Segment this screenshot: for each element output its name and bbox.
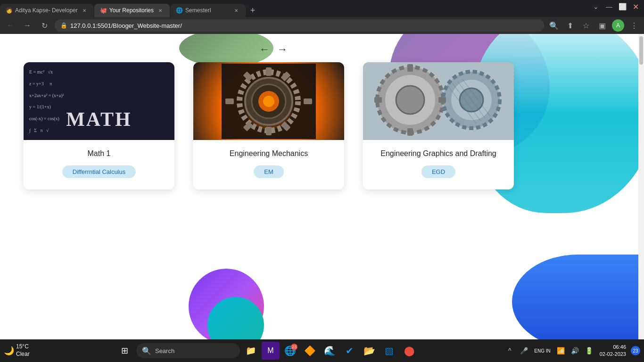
taskbar: 🌙 15°C Clear ⊞ 🔍 Search 📁 M 🌐 23 🔶 🌊 xyxy=(0,339,644,362)
weather-moon-icon: 🌙 xyxy=(4,346,14,356)
menu-icon[interactable]: ⋮ xyxy=(628,19,640,32)
taskbar-vlc[interactable]: 🔶 xyxy=(301,342,319,360)
address-bar: ← → ↻ 🔒 127.0.0.1:5501/Blooger_Website-m… xyxy=(0,17,644,34)
share-icon[interactable]: ⬆ xyxy=(564,19,576,32)
svg-rect-24 xyxy=(374,97,382,103)
svg-rect-22 xyxy=(407,64,413,72)
search-label: Search xyxy=(155,347,174,354)
card-egd-tag[interactable]: EGD xyxy=(421,165,455,178)
svg-rect-9 xyxy=(225,99,234,104)
weather-condition: Clear xyxy=(16,351,30,358)
taskbar-vscode[interactable]: ▧ xyxy=(380,342,398,360)
todo-icon: ✔ xyxy=(346,345,354,356)
new-tab-button[interactable]: + xyxy=(246,4,259,17)
card-math1-tag[interactable]: Differrntial Calculus xyxy=(62,165,136,178)
card-em[interactable]: Engineering Mechanics EM xyxy=(193,62,344,189)
sidebar-toggle[interactable]: ▣ xyxy=(596,19,608,32)
vscode-icon: ▧ xyxy=(385,345,394,356)
browser-tab-2[interactable]: 🐙 Your Repositories ✕ xyxy=(94,4,170,17)
tab2-favicon: 🐙 xyxy=(100,7,107,14)
taskbar-time-display: 06:46 xyxy=(600,344,626,351)
tab2-title: Your Repositories xyxy=(109,7,154,14)
taskbar-edge[interactable]: 🌊 xyxy=(321,342,339,360)
zoom-icon[interactable]: 🔍 xyxy=(548,19,560,32)
search-icon: 🔍 xyxy=(142,346,151,355)
math-overlay-title: MATH xyxy=(66,108,132,131)
tab2-close[interactable]: ✕ xyxy=(157,7,164,14)
window-controls: ⌄ — ⬜ ✕ xyxy=(591,2,640,11)
taskbar-date-display: 02-02-2023 xyxy=(600,351,626,358)
card-egd[interactable]: Engineering Graphics and Drafting EGD xyxy=(363,62,514,189)
window-minimize[interactable]: — xyxy=(604,2,614,11)
taskbar-file-explorer[interactable]: 📁 xyxy=(242,342,260,360)
scrollbar[interactable] xyxy=(638,34,644,339)
tray-volume[interactable]: 🔊 xyxy=(570,345,581,356)
bookmark-icon[interactable]: ☆ xyxy=(580,19,592,32)
edge-icon: 🌊 xyxy=(324,345,336,356)
card-em-body: Engineering Mechanics EM xyxy=(193,140,344,189)
taskbar-meet[interactable]: M xyxy=(262,342,280,360)
next-arrow[interactable]: → xyxy=(277,43,288,56)
nav-refresh[interactable]: ↻ xyxy=(38,19,51,32)
tab3-title: SemesterI xyxy=(185,7,230,14)
tray-mic[interactable]: 🎤 xyxy=(518,345,529,356)
svg-rect-25 xyxy=(438,97,446,103)
start-button[interactable]: ⊞ xyxy=(116,341,134,360)
scrollbar-thumb[interactable] xyxy=(639,36,643,65)
window-close[interactable]: ✕ xyxy=(631,2,640,11)
profile-icon[interactable]: A xyxy=(612,19,624,32)
address-input[interactable]: 🔒 127.0.0.1:5501/Blooger_Website-master/ xyxy=(55,19,544,32)
prev-arrow[interactable]: ← xyxy=(259,43,270,56)
taskbar-todo[interactable]: ✔ xyxy=(341,342,359,360)
taskbar-chrome[interactable]: 🌐 23 xyxy=(281,342,299,360)
svg-point-18 xyxy=(396,86,424,114)
card-math1-body: Math 1 Differrntial Calculus xyxy=(24,140,174,189)
taskbar-weather: 🌙 15°C Clear xyxy=(0,343,33,358)
svg-rect-8 xyxy=(266,127,272,135)
main-content: ← → E = mc² √x z = y+3 π x+2ax+a² = (x+a… xyxy=(0,34,644,339)
cards-container: E = mc² √x z = y+3 π x+2ax+a² = (x+a)² y… xyxy=(24,62,514,189)
svg-point-6 xyxy=(263,96,274,107)
card-em-tag[interactable]: EM xyxy=(254,165,284,178)
tab1-favicon: 🧑 xyxy=(6,7,12,14)
address-text: 127.0.0.1:5501/Blooger_Website-master/ xyxy=(70,22,182,29)
card-math1-title: Math 1 xyxy=(88,149,111,158)
card-egd-image xyxy=(363,62,514,140)
card-egd-body: Engineering Graphics and Drafting EGD xyxy=(363,140,514,189)
browser-tab-1[interactable]: 🧑 Aditya Kapse- Developer ✕ xyxy=(0,4,94,17)
tab3-close[interactable]: ✕ xyxy=(232,7,240,14)
chrome-notification-badge: 23 xyxy=(291,344,297,350)
tray-wifi[interactable]: 📶 xyxy=(555,345,567,356)
tray-chevron[interactable]: ^ xyxy=(504,345,515,356)
tab1-title: Aditya Kapse- Developer xyxy=(15,7,78,14)
tab1-close[interactable]: ✕ xyxy=(81,7,88,14)
notification-count-icon[interactable]: 23 xyxy=(631,346,640,355)
browser-chrome: 🧑 Aditya Kapse- Developer ✕ 🐙 Your Repos… xyxy=(0,0,644,34)
explorer-icon: 📂 xyxy=(363,345,375,356)
window-collapse[interactable]: ⌄ xyxy=(591,2,601,11)
gear-grey-svg xyxy=(363,62,514,140)
taskbar-chrome2[interactable]: ⬤ xyxy=(400,342,418,360)
taskbar-center: ⊞ 🔍 Search 📁 M 🌐 23 🔶 🌊 ✔ 📂 ▧ ⬤ xyxy=(33,341,501,360)
taskbar-search[interactable]: 🔍 Search xyxy=(136,343,240,358)
window-maximize[interactable]: ⬜ xyxy=(618,2,627,11)
chrome2-icon: ⬤ xyxy=(404,345,414,356)
card-egd-title: Engineering Graphics and Drafting xyxy=(380,149,496,158)
nav-forward[interactable]: → xyxy=(21,19,34,32)
card-math1-image: E = mc² √x z = y+3 π x+2ax+a² = (x+a)² y… xyxy=(24,62,174,140)
svg-rect-23 xyxy=(407,128,413,136)
start-icon: ⊞ xyxy=(121,346,128,356)
weather-temp: 15°C xyxy=(16,343,30,351)
tab3-favicon: 🌐 xyxy=(176,7,182,14)
taskbar-tray: ^ 🎤 ENG IN 📶 🔊 🔋 06:46 02-02-2023 23 xyxy=(500,344,644,358)
nav-arrows: ← → xyxy=(259,43,288,56)
taskbar-explorer2[interactable]: 📂 xyxy=(361,342,379,360)
tray-battery[interactable]: 🔋 xyxy=(584,345,595,356)
browser-tab-3[interactable]: 🌐 SemesterI ✕ xyxy=(170,4,246,17)
taskbar-clock: 06:46 02-02-2023 xyxy=(598,344,628,358)
nav-back[interactable]: ← xyxy=(4,19,17,32)
weather-info: 15°C Clear xyxy=(16,343,30,358)
vlc-icon: 🔶 xyxy=(304,345,316,356)
address-icons: 🔍 ⬆ ☆ ▣ A ⋮ xyxy=(548,19,640,32)
card-math1[interactable]: E = mc² √x z = y+3 π x+2ax+a² = (x+a)² y… xyxy=(24,62,174,189)
